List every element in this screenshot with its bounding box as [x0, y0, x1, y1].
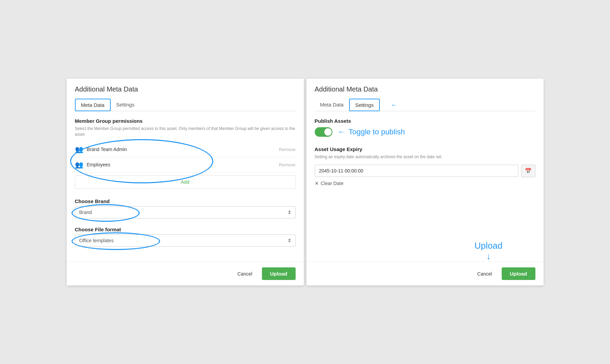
- choose-file-format-section: Choose File format Office templates PDF …: [75, 227, 296, 247]
- right-panel-title: Additional Meta Data: [315, 85, 535, 93]
- toggle-arrow-icon: ←: [338, 128, 345, 136]
- expiry-input-row: 📅: [315, 165, 535, 177]
- clear-date-label: Clear Date: [321, 181, 344, 186]
- brand-select-wrapper: Brand Option 1 Option 2 ⇕: [75, 206, 296, 218]
- toggle-label: ← Toggle to publish: [338, 128, 405, 136]
- permission-info-brand-team: 👥 Brand Team Admin: [75, 145, 127, 153]
- right-panel-header: Additional Meta Data Meta Data Settings …: [307, 79, 544, 111]
- brand-select[interactable]: Brand Option 1 Option 2: [75, 206, 296, 218]
- calendar-button[interactable]: 📅: [521, 165, 535, 177]
- right-panel-footer: Upload ↓ Cancel Upload: [307, 262, 544, 285]
- left-cancel-button[interactable]: Cancel: [233, 268, 256, 279]
- group-name-brand-team: Brand Team Admin: [87, 147, 127, 152]
- left-panel-header: Additional Meta Data Meta Data → Setting…: [67, 79, 304, 111]
- permission-row-brand-team: 👥 Brand Team Admin Remove: [75, 142, 296, 157]
- right-panel-body: Publish Assets ← Toggle to publish Asset…: [307, 111, 544, 262]
- right-panel: Additional Meta Data Meta Data Settings …: [307, 79, 544, 286]
- tab-settings-right[interactable]: Settings: [349, 99, 380, 111]
- expiry-section: Asset Usage Expiry Setting an expiry dat…: [315, 146, 535, 186]
- toggle-slider: [315, 127, 332, 137]
- clear-x-icon: ✕: [315, 181, 319, 186]
- left-panel-tabs: Meta Data → Settings: [75, 99, 296, 111]
- add-row[interactable]: Add: [75, 175, 296, 189]
- tab-meta-data-left[interactable]: Meta Data: [75, 99, 111, 111]
- permission-info-employees: 👥 Employees: [75, 161, 110, 169]
- publish-toggle[interactable]: [315, 127, 332, 137]
- tab-meta-data-right[interactable]: Meta Data: [315, 99, 349, 111]
- file-format-select-wrapper: Office templates PDF Images Videos ⇕: [75, 234, 296, 247]
- left-panel-title: Additional Meta Data: [75, 85, 296, 93]
- right-upload-button[interactable]: Upload: [502, 267, 535, 280]
- left-panel-footer: Cancel Upload: [67, 262, 304, 285]
- remove-btn-employees[interactable]: Remove: [279, 162, 295, 167]
- right-arrow-annotation: ←: [391, 101, 397, 109]
- right-panel-tabs: Meta Data Settings ←: [315, 99, 535, 111]
- group-icon-brand-team: 👥: [75, 145, 83, 153]
- expiry-desc: Setting an expiry date automatically arc…: [315, 154, 535, 160]
- choose-brand-section: Choose Brand Brand Option 1 Option 2 ⇕: [75, 198, 296, 218]
- left-panel: Additional Meta Data Meta Data → Setting…: [67, 79, 304, 286]
- expiry-title: Asset Usage Expiry: [315, 146, 535, 152]
- permission-row-employees: 👥 Employees Remove: [75, 157, 296, 172]
- left-upload-button[interactable]: Upload: [262, 267, 296, 280]
- member-group-desc: Select the Member Group permitted access…: [75, 126, 296, 137]
- tab-settings-left[interactable]: Settings: [111, 99, 140, 111]
- publish-assets-title: Publish Assets: [315, 118, 535, 124]
- choose-brand-title: Choose Brand: [75, 198, 296, 204]
- clear-date-row[interactable]: ✕ Clear Date: [315, 181, 535, 186]
- choose-file-format-title: Choose File format: [75, 227, 296, 232]
- right-cancel-button[interactable]: Cancel: [473, 268, 496, 279]
- remove-btn-brand-team[interactable]: Remove: [279, 147, 295, 152]
- member-group-title: Member Group permissions: [75, 118, 296, 124]
- panels-container: Additional Meta Data Meta Data → Setting…: [67, 79, 544, 286]
- member-group-container: 👥 Brand Team Admin Remove 👥 Employees Re…: [75, 142, 296, 189]
- toggle-label-text: Toggle to publish: [349, 128, 405, 136]
- group-icon-employees: 👥: [75, 161, 83, 169]
- publish-section: Publish Assets ← Toggle to publish: [315, 118, 535, 137]
- expiry-date-input[interactable]: [315, 165, 518, 177]
- toggle-row: ← Toggle to publish: [315, 127, 535, 137]
- group-name-employees: Employees: [87, 162, 110, 167]
- left-panel-body: Member Group permissions Select the Memb…: [67, 111, 304, 262]
- file-format-select[interactable]: Office templates PDF Images Videos: [75, 234, 296, 247]
- calendar-icon: 📅: [525, 168, 532, 174]
- add-link[interactable]: Add: [181, 179, 189, 185]
